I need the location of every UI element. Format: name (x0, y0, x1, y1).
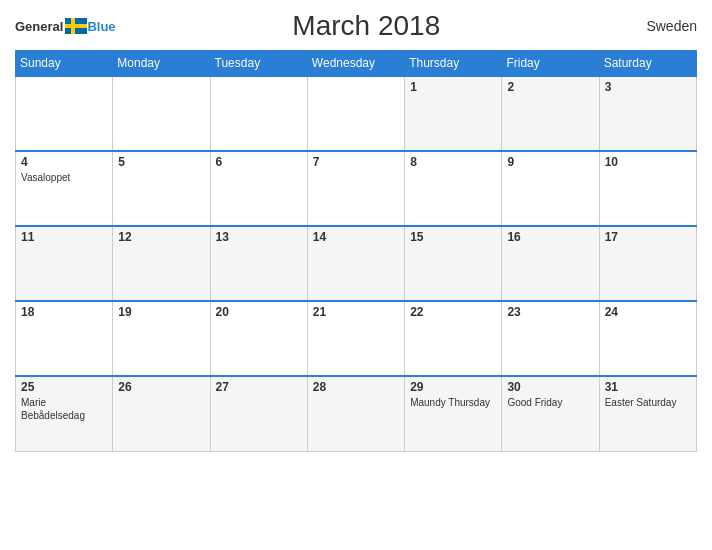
day-number: 9 (507, 155, 593, 169)
day-number: 21 (313, 305, 399, 319)
event-label: Marie Bebådelsedag (21, 396, 107, 422)
svg-rect-1 (65, 24, 87, 28)
day-cell-w2-d2: 5 (113, 151, 210, 226)
day-cell-w3-d4: 14 (307, 226, 404, 301)
week-row-2: 4Vasaloppet5678910 (16, 151, 697, 226)
week-row-3: 11121314151617 (16, 226, 697, 301)
header-monday: Monday (113, 51, 210, 77)
logo-flag-icon (65, 18, 87, 34)
day-number: 30 (507, 380, 593, 394)
day-number: 12 (118, 230, 204, 244)
week-row-1: 123 (16, 76, 697, 151)
calendar-grid: Sunday Monday Tuesday Wednesday Thursday… (15, 50, 697, 452)
day-number: 28 (313, 380, 399, 394)
day-number: 19 (118, 305, 204, 319)
day-cell-w5-d7: 31Easter Saturday (599, 376, 696, 451)
day-cell-w2-d7: 10 (599, 151, 696, 226)
header-wednesday: Wednesday (307, 51, 404, 77)
day-cell-w4-d3: 20 (210, 301, 307, 376)
header-thursday: Thursday (405, 51, 502, 77)
day-cell-w3-d7: 17 (599, 226, 696, 301)
day-cell-w5-d2: 26 (113, 376, 210, 451)
day-number: 16 (507, 230, 593, 244)
day-cell-w3-d6: 16 (502, 226, 599, 301)
week-row-5: 25Marie Bebådelsedag26272829Maundy Thurs… (16, 376, 697, 451)
day-cell-w2-d4: 7 (307, 151, 404, 226)
day-number: 29 (410, 380, 496, 394)
day-number: 24 (605, 305, 691, 319)
day-cell-w5-d3: 27 (210, 376, 307, 451)
day-cell-w4-d7: 24 (599, 301, 696, 376)
day-number: 23 (507, 305, 593, 319)
day-cell-w3-d3: 13 (210, 226, 307, 301)
event-label: Vasaloppet (21, 171, 107, 184)
day-cell-w5-d4: 28 (307, 376, 404, 451)
day-cell-w4-d4: 21 (307, 301, 404, 376)
day-cell-w5-d5: 29Maundy Thursday (405, 376, 502, 451)
day-cell-w5-d6: 30Good Friday (502, 376, 599, 451)
logo: General Blue (15, 18, 116, 34)
header-saturday: Saturday (599, 51, 696, 77)
day-number: 15 (410, 230, 496, 244)
day-number: 27 (216, 380, 302, 394)
day-cell-w1-d7: 3 (599, 76, 696, 151)
day-number: 18 (21, 305, 107, 319)
day-cell-w4-d6: 23 (502, 301, 599, 376)
day-cell-w2-d1: 4Vasaloppet (16, 151, 113, 226)
day-cell-w1-d6: 2 (502, 76, 599, 151)
svg-rect-2 (71, 18, 75, 34)
event-label: Good Friday (507, 396, 593, 409)
day-cell-w4-d5: 22 (405, 301, 502, 376)
day-number: 8 (410, 155, 496, 169)
day-number: 20 (216, 305, 302, 319)
day-number: 5 (118, 155, 204, 169)
day-number: 25 (21, 380, 107, 394)
header-sunday: Sunday (16, 51, 113, 77)
day-cell-w3-d5: 15 (405, 226, 502, 301)
day-number: 14 (313, 230, 399, 244)
week-row-4: 18192021222324 (16, 301, 697, 376)
day-number: 3 (605, 80, 691, 94)
day-number: 4 (21, 155, 107, 169)
header-row: General Blue March 2018 Sweden (15, 10, 697, 42)
day-cell-w1-d4 (307, 76, 404, 151)
logo-general-text: General (15, 19, 63, 34)
days-header-row: Sunday Monday Tuesday Wednesday Thursday… (16, 51, 697, 77)
day-number: 26 (118, 380, 204, 394)
calendar-title: March 2018 (116, 10, 617, 42)
logo-blue-text: Blue (87, 19, 115, 34)
day-cell-w2-d3: 6 (210, 151, 307, 226)
day-number: 13 (216, 230, 302, 244)
day-number: 2 (507, 80, 593, 94)
day-cell-w1-d1 (16, 76, 113, 151)
day-number: 10 (605, 155, 691, 169)
day-number: 1 (410, 80, 496, 94)
day-cell-w2-d6: 9 (502, 151, 599, 226)
day-number: 22 (410, 305, 496, 319)
day-cell-w3-d1: 11 (16, 226, 113, 301)
day-cell-w1-d5: 1 (405, 76, 502, 151)
day-cell-w5-d1: 25Marie Bebådelsedag (16, 376, 113, 451)
country-label: Sweden (617, 18, 697, 34)
day-number: 11 (21, 230, 107, 244)
calendar-container: General Blue March 2018 Sweden Sunday Mo… (0, 0, 712, 550)
day-number: 6 (216, 155, 302, 169)
header-tuesday: Tuesday (210, 51, 307, 77)
day-number: 31 (605, 380, 691, 394)
day-cell-w1-d2 (113, 76, 210, 151)
day-cell-w1-d3 (210, 76, 307, 151)
day-cell-w4-d2: 19 (113, 301, 210, 376)
day-number: 17 (605, 230, 691, 244)
day-cell-w3-d2: 12 (113, 226, 210, 301)
header-friday: Friday (502, 51, 599, 77)
day-number: 7 (313, 155, 399, 169)
day-cell-w2-d5: 8 (405, 151, 502, 226)
event-label: Easter Saturday (605, 396, 691, 409)
day-cell-w4-d1: 18 (16, 301, 113, 376)
event-label: Maundy Thursday (410, 396, 496, 409)
